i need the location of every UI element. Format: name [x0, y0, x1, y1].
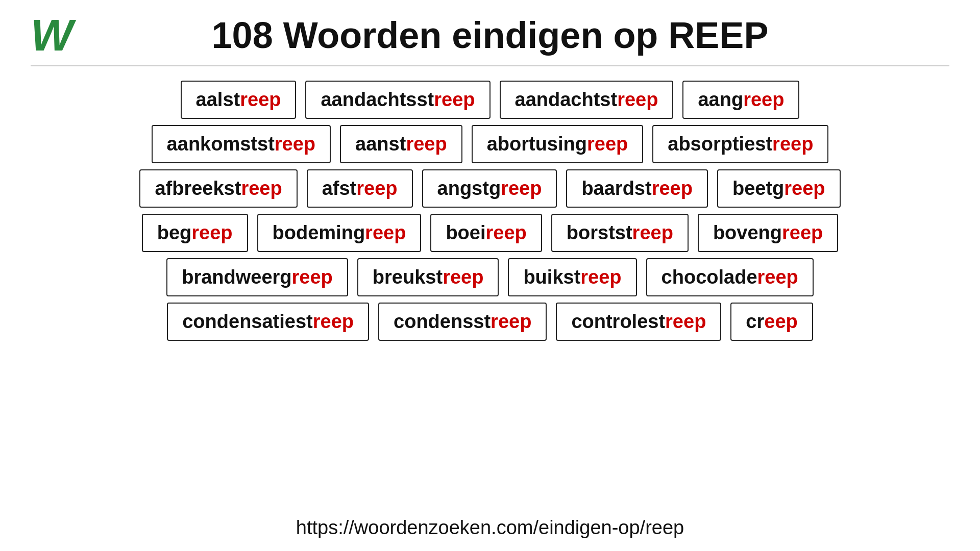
word-prefix: afst: [322, 178, 357, 199]
word-suffix: reep: [292, 266, 333, 288]
word-box: abortusingreep: [472, 125, 644, 163]
word-box: controlestreep: [556, 303, 721, 341]
divider: [31, 65, 949, 66]
word-prefix: chocolade: [662, 266, 757, 288]
word-prefix: condensst: [394, 311, 491, 333]
word-suffix: reep: [275, 133, 315, 155]
words-row-1: aankomststreepaanstreepabortusingreepabs…: [152, 125, 829, 163]
words-row-3: begreepbodemingreepboeireepborststreepbo…: [142, 214, 839, 252]
word-suffix: reep: [772, 133, 813, 155]
word-prefix: abortusing: [487, 133, 587, 155]
word-prefix: borstst: [567, 222, 632, 244]
word-suffix: reep: [434, 89, 475, 111]
word-box: aangreep: [682, 81, 799, 119]
word-prefix: baardst: [581, 178, 651, 199]
word-suffix: reep: [365, 222, 406, 244]
word-suffix: reep: [587, 133, 628, 155]
word-suffix: reep: [501, 178, 542, 199]
word-box: aankomststreep: [152, 125, 331, 163]
word-suffix: reep: [580, 266, 621, 288]
word-suffix: reep: [665, 311, 706, 333]
word-suffix: reep: [356, 178, 397, 199]
word-suffix: reep: [443, 266, 483, 288]
word-suffix: reep: [743, 89, 784, 111]
word-box: boeireep: [430, 214, 542, 252]
word-box: borststreep: [551, 214, 689, 252]
word-box: creep: [730, 303, 813, 341]
word-prefix: afbreekst: [155, 178, 241, 199]
word-box: afbreekstreep: [139, 169, 297, 208]
word-box: aanstreep: [340, 125, 462, 163]
word-box: aandachtsstreep: [305, 81, 490, 119]
word-prefix: bodeming: [273, 222, 365, 244]
word-prefix: aanst: [355, 133, 406, 155]
word-suffix: reep: [486, 222, 527, 244]
word-suffix: reep: [241, 178, 282, 199]
word-box: baardstreep: [566, 169, 708, 208]
word-box: breukstreep: [357, 258, 499, 296]
word-box: angstgreep: [422, 169, 557, 208]
word-suffix: reep: [240, 89, 281, 111]
word-box: condensstreep: [378, 303, 547, 341]
word-box: aandachtstreep: [500, 81, 674, 119]
word-prefix: aandachtst: [515, 89, 618, 111]
word-prefix: breukst: [373, 266, 443, 288]
word-box: absorptiestreep: [652, 125, 828, 163]
word-prefix: absorptiest: [668, 133, 772, 155]
word-prefix: boei: [446, 222, 485, 244]
words-row-0: aalstreepaandachtsstreepaandachtstreepaa…: [181, 81, 800, 119]
word-box: begreep: [142, 214, 248, 252]
word-suffix: reep: [406, 133, 447, 155]
word-box: bovengreep: [698, 214, 838, 252]
word-box: buikstreep: [508, 258, 636, 296]
word-prefix: condensatiest: [182, 311, 313, 333]
footer-url: https://woordenzoeken.com/eindigen-op/re…: [296, 507, 684, 551]
word-prefix: aang: [698, 89, 743, 111]
word-box: condensatiestreep: [167, 303, 369, 341]
main-title: 108 Woorden eindigen op REEP: [212, 14, 769, 56]
word-suffix: reep: [757, 266, 798, 288]
word-prefix: beg: [157, 222, 192, 244]
word-prefix: buikst: [523, 266, 580, 288]
word-prefix: cr: [746, 311, 764, 333]
header: W 108 Woorden eindigen op REEP: [31, 0, 949, 65]
word-prefix: boveng: [713, 222, 782, 244]
word-suffix: reep: [782, 222, 823, 244]
word-suffix: reep: [313, 311, 354, 333]
word-box: afstreep: [307, 169, 413, 208]
word-prefix: aalst: [196, 89, 240, 111]
logo-w: W: [31, 13, 73, 58]
word-box: chocoladereep: [646, 258, 814, 296]
word-prefix: aankomstst: [167, 133, 275, 155]
words-row-2: afbreekstreepafstreepangstgreepbaardstre…: [139, 169, 840, 208]
word-box: aalstreep: [181, 81, 297, 119]
word-box: bodemingreep: [257, 214, 422, 252]
word-suffix: reep: [191, 222, 232, 244]
word-prefix: brandweerg: [182, 266, 291, 288]
words-row-4: brandweergreepbreukstreepbuikstreepchoco…: [166, 258, 814, 296]
word-suffix: reep: [617, 89, 658, 111]
word-suffix: reep: [632, 222, 673, 244]
word-prefix: controlest: [571, 311, 665, 333]
words-container: aalstreepaandachtsstreepaandachtstreepaa…: [31, 81, 949, 341]
word-box: brandweergreep: [166, 258, 348, 296]
word-prefix: angstg: [437, 178, 501, 199]
word-prefix: aandachtsst: [321, 89, 434, 111]
page-container: W 108 Woorden eindigen op REEP aalstreep…: [0, 0, 980, 551]
word-suffix: eep: [764, 311, 797, 333]
word-suffix: reep: [784, 178, 825, 199]
word-box: beetgreep: [717, 169, 841, 208]
word-prefix: beetg: [732, 178, 784, 199]
word-suffix: reep: [491, 311, 531, 333]
word-suffix: reep: [652, 178, 693, 199]
words-row-5: condensatiestreepcondensstreepcontrolest…: [167, 303, 813, 341]
